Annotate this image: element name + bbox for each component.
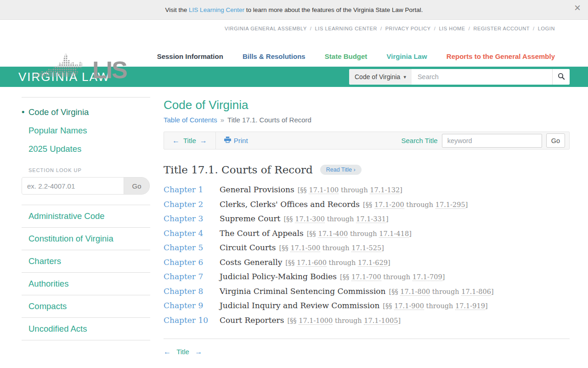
close-icon[interactable]: × [574, 2, 581, 13]
sidebar-item-popular-names[interactable]: Popular Names [22, 121, 150, 140]
sidebar-item-authorities[interactable]: Authorities [22, 272, 150, 295]
range-through: through [348, 230, 379, 237]
announcement-banner: Visit the LIS Learning Center to learn m… [0, 0, 588, 20]
chapter-name: General Provisions [220, 185, 294, 194]
range-open: [§§ [307, 230, 318, 237]
section-end-link[interactable]: 17.1-629 [358, 259, 388, 267]
section-end-link[interactable]: 17.1-331 [356, 215, 386, 223]
section-start-link[interactable]: 17.1-200 [374, 201, 404, 209]
section-start-link[interactable]: 17.1-400 [318, 230, 348, 238]
utility-link-learning-center[interactable]: LIS LEARNING CENTER [315, 26, 377, 31]
chapter-link[interactable]: Chapter 3 [164, 214, 220, 223]
section-range: [§§ 17.1-400 through 17.1-418] [307, 230, 412, 237]
section-start-link[interactable]: 17.1-600 [297, 259, 327, 267]
table-row: Chapter 5 Circuit Courts[§§ 17.1-500 thr… [164, 243, 570, 252]
chapter-link[interactable]: Chapter 1 [164, 185, 220, 194]
section-start-link[interactable]: 17.1-500 [290, 244, 320, 252]
utility-link-login[interactable]: LOGIN [538, 26, 555, 31]
utility-link-register-account[interactable]: REGISTER ACCOUNT [473, 26, 530, 31]
section-start-link[interactable]: 17.1-700 [351, 273, 381, 281]
chevron-down-icon: ▾ [403, 74, 406, 80]
section-end-link[interactable]: 17.1-709 [413, 273, 442, 281]
search-submit-button[interactable] [552, 69, 570, 85]
right-arrow-icon[interactable]: → [195, 348, 202, 356]
read-title-label: Read Title [326, 167, 352, 173]
section-start-link[interactable]: 17.1-100 [309, 186, 339, 194]
range-close: ] [485, 302, 488, 310]
chapter-description: Clerks, Clerks' Offices and Records[§§ 1… [220, 200, 468, 209]
section-end-link[interactable]: 17.1-1005 [364, 317, 398, 325]
left-arrow-icon[interactable]: ← [172, 137, 180, 145]
chapter-link[interactable]: Chapter 4 [164, 229, 220, 238]
section-end-link[interactable]: 17.1-295 [435, 201, 465, 209]
utility-separator: / [310, 26, 312, 31]
sidebar-primary-group: •Code of Virginia Popular Names 2025 Upd… [22, 97, 150, 158]
range-open: [§§ [283, 215, 295, 223]
section-end-link[interactable]: 17.1-132 [370, 186, 400, 194]
chapter-link[interactable]: Chapter 8 [164, 287, 220, 296]
breadcrumb-table-of-contents-link[interactable]: Table of Contents [164, 116, 217, 124]
chapter-link[interactable]: Chapter 9 [164, 301, 220, 310]
section-start-link[interactable]: 17.1-1000 [299, 317, 333, 325]
utility-separator: / [434, 26, 436, 31]
chapter-link[interactable]: Chapter 2 [164, 200, 220, 209]
left-arrow-icon[interactable]: ← [164, 348, 171, 356]
utility-link-lis-home[interactable]: LIS HOME [439, 26, 465, 31]
section-start-link[interactable]: 17.1-900 [394, 302, 424, 310]
sidebar-item-compacts[interactable]: Compacts [22, 295, 150, 317]
banner-text-after: to learn more about the features of the … [244, 6, 423, 13]
section-end-link[interactable]: 17.1-919 [455, 302, 485, 310]
chapter-description: Circuit Courts[§§ 17.1-500 through 17.1-… [220, 243, 384, 252]
read-title-button[interactable]: Read Title › [320, 165, 362, 175]
breadcrumb: Table of Contents»Title 17.1. Courts of … [164, 116, 570, 124]
print-button[interactable]: Print [216, 132, 256, 149]
title-search-go-button[interactable]: Go [546, 133, 565, 148]
chapter-link[interactable]: Chapter 5 [164, 243, 220, 252]
banner-text: Visit the LIS Learning Center to learn m… [165, 6, 423, 13]
utility-nav: VIRGINIA GENERAL ASSEMBLY/LIS LEARNING C… [225, 26, 555, 31]
chapter-name: Costs Generally [220, 258, 282, 267]
section-lookup-go-button[interactable]: Go [124, 178, 149, 194]
section-lookup-input[interactable] [22, 178, 124, 194]
range-close: ] [442, 273, 445, 281]
nav-state-budget[interactable]: State Budget [325, 52, 368, 60]
chapter-description: Judicial Policy-Making Bodies[§§ 17.1-70… [220, 272, 445, 281]
section-end-link[interactable]: 17.1-418 [379, 230, 409, 238]
right-arrow-icon[interactable]: → [200, 137, 207, 145]
sidebar-item-charters[interactable]: Charters [22, 250, 150, 272]
table-row: Chapter 6 Costs Generally[§§ 17.1-600 th… [164, 258, 570, 267]
sidebar-item-administrative-code[interactable]: Administrative Code [22, 205, 150, 227]
section-start-link[interactable]: 17.1-300 [295, 215, 325, 223]
section-end-link[interactable]: 17.1-806 [461, 288, 491, 296]
print-label: Print [234, 137, 248, 144]
chapter-link[interactable]: Chapter 6 [164, 258, 220, 267]
banner-text-before: Visit the [165, 6, 189, 13]
nav-virginia-law[interactable]: Virginia Law [387, 52, 427, 60]
title-keyword-input[interactable] [442, 134, 542, 148]
search-title-label: Search Title [401, 137, 437, 144]
sidebar-item-uncodified-acts[interactable]: Uncodified Acts [22, 317, 150, 340]
chapter-description: The Court of Appeals[§§ 17.1-400 through… [220, 229, 412, 238]
section-start-link[interactable]: 17.1-800 [400, 288, 430, 296]
chapter-link[interactable]: Chapter 10 [164, 316, 220, 325]
sidebar-item-2025-updates[interactable]: 2025 Updates [22, 140, 150, 158]
range-through: through [327, 259, 358, 266]
nav-reports-general-assembly[interactable]: Reports to the General Assembly [447, 52, 555, 60]
range-open: [§§ [285, 259, 297, 266]
lis-logo[interactable]: LIS [29, 51, 127, 80]
search-scope-dropdown[interactable]: Code of Virginia ▾ [349, 69, 412, 85]
lis-learning-center-link[interactable]: LIS Learning Center [189, 6, 244, 13]
nav-bills-resolutions[interactable]: Bills & Resolutions [243, 52, 305, 60]
chapter-name: Virginia Criminal Sentencing Commission [220, 287, 386, 296]
utility-link-privacy-policy[interactable]: PRIVACY POLICY [385, 26, 431, 31]
search-input[interactable] [412, 69, 552, 85]
section-range: [§§ 17.1-300 through 17.1-331] [283, 215, 388, 223]
nav-session-information[interactable]: Session Information [157, 52, 223, 60]
range-close: ] [400, 186, 402, 194]
chapter-link[interactable]: Chapter 7 [164, 272, 220, 281]
utility-link-general-assembly[interactable]: VIRGINIA GENERAL ASSEMBLY [225, 26, 307, 31]
sidebar-item-constitution-of-virginia[interactable]: Constitution of Virginia [22, 227, 150, 250]
table-row: Chapter 4 The Court of Appeals[§§ 17.1-4… [164, 229, 570, 238]
sidebar-item-code-of-virginia[interactable]: •Code of Virginia [22, 103, 150, 121]
section-end-link[interactable]: 17.1-525 [351, 244, 381, 252]
